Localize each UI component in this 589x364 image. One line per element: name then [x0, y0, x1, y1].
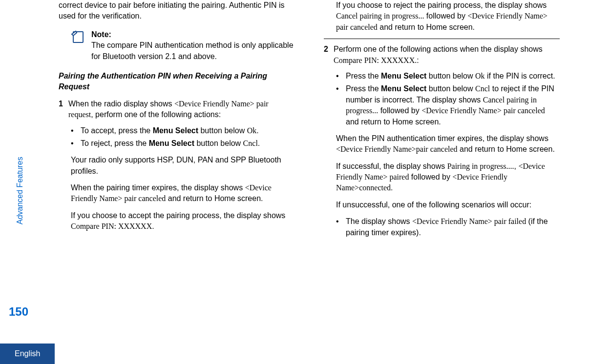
step-number: 2 — [324, 44, 334, 55]
text: Press the — [346, 72, 381, 80]
bullet-content: The display shows <Device Friendly Name>… — [346, 216, 560, 238]
text: Perform one of the following actions whe… — [334, 45, 543, 53]
bullet-dot: • — [336, 216, 346, 227]
serif-text: Ok — [475, 72, 485, 80]
bullet-content: Press the Menu Select button below Cncl … — [346, 83, 560, 127]
text: button below — [198, 126, 247, 135]
text: The display shows — [346, 217, 412, 225]
right-column: If you choose to reject the pairing proc… — [324, 0, 560, 337]
display-text: Cancel pairing in progress... — [336, 12, 424, 20]
step-1: 1 When the radio display shows <Device F… — [59, 99, 294, 121]
text: To reject, press the — [81, 139, 149, 147]
text: If you choose to accept the pairing proc… — [71, 211, 285, 220]
serif-text: Compare PIN: XXXXXX. — [334, 56, 417, 64]
text: followed by — [409, 173, 452, 181]
serif-text: Cncl — [475, 84, 490, 93]
page-number: 150 — [9, 303, 28, 320]
text: . — [256, 126, 258, 135]
text: . — [152, 222, 154, 230]
bold-text: Menu Select — [381, 72, 426, 80]
divider — [324, 39, 560, 39]
content-columns: correct device to pair before initiating… — [0, 0, 589, 337]
paragraph: When the PIN authentication timer expire… — [336, 133, 560, 155]
bullet-dot: • — [336, 71, 346, 81]
paragraph: If unsuccessful, one of the following sc… — [336, 200, 560, 210]
left-column: correct device to pair before initiating… — [59, 0, 294, 337]
text: . — [391, 183, 393, 192]
text: and return to Home screen. — [346, 118, 441, 126]
text: If you choose to reject the pairing proc… — [336, 1, 547, 9]
display-text: <Device Friendly Name> pair canceled — [421, 106, 545, 115]
note-block: Note: The compare PIN authentication met… — [71, 29, 294, 62]
display-text: Pairing in progress.... — [447, 162, 514, 170]
bullet-item: • Press the Menu Select button below Cnc… — [336, 83, 560, 127]
text: if the PIN is correct. — [485, 72, 555, 80]
bullet-item: • The display shows <Device Friendly Nam… — [336, 216, 560, 238]
bullet-content: To accept, press the Menu Select button … — [81, 125, 294, 136]
step-content: When the radio display shows <Device Fri… — [68, 99, 294, 121]
section-heading: Pairing the Authentication PIN when Rece… — [59, 71, 294, 93]
paragraph: Your radio only supports HSP, DUN, PAN a… — [71, 155, 294, 177]
text: followed by — [378, 106, 421, 115]
bold-text: Menu Select — [153, 126, 198, 135]
text: followed by — [424, 12, 467, 20]
bullet-content: To reject, press the Menu Select button … — [81, 138, 294, 149]
text: : — [417, 56, 419, 64]
language-label: English — [0, 344, 55, 364]
step-number: 1 — [59, 99, 68, 109]
text: button below — [426, 72, 475, 80]
text: When the radio display shows — [68, 100, 174, 108]
text: When the PIN authentication timer expire… — [336, 134, 548, 142]
text: , perform one of the following actions: — [91, 110, 221, 119]
text: button below — [194, 139, 243, 147]
paragraph: If successful, the display shows Pairing… — [336, 161, 560, 194]
bullet-item: • To accept, press the Menu Select butto… — [71, 125, 294, 136]
note-label: Note: — [91, 29, 294, 40]
bold-text: Menu Select — [381, 84, 426, 93]
note-icon — [71, 30, 85, 47]
text: button below — [426, 84, 475, 93]
bullet-dot: • — [71, 138, 81, 149]
step-2: 2 Perform one of the following actions w… — [324, 44, 560, 66]
display-text: <Device Friendly Name> pair failed — [412, 217, 526, 225]
text: Press the — [346, 84, 381, 93]
paragraph: If you choose to reject the pairing proc… — [336, 0, 560, 33]
bullet-item: • Press the Menu Select button below Ok … — [336, 71, 560, 81]
text: To accept, press the — [81, 126, 153, 135]
text: and return to Home screen. — [378, 23, 475, 31]
paragraph: If you choose to accept the pairing proc… — [71, 210, 294, 232]
text: and return to Home screen. — [166, 194, 263, 202]
note-content: Note: The compare PIN authentication met… — [91, 29, 294, 62]
text: . — [258, 139, 260, 147]
note-body: The compare PIN authentication method is… — [91, 41, 294, 60]
step-content: Perform one of the following actions whe… — [334, 44, 560, 66]
bold-text: Menu Select — [149, 139, 194, 147]
page: Advanced Features 150 English correct de… — [0, 0, 589, 364]
bullet-dot: • — [336, 83, 346, 94]
text: If successful, the display shows — [336, 162, 447, 170]
serif-text: Ok — [247, 126, 257, 135]
display-text: <Device Friendly Name>pair canceled — [336, 145, 458, 153]
display-text: Compare PIN: XXXXXX — [71, 222, 152, 230]
intro-paragraph: correct device to pair before initiating… — [59, 0, 294, 22]
serif-text: Cncl — [243, 139, 258, 147]
text: and return to Home screen. — [458, 145, 555, 153]
paragraph: When the pairing timer expires, the disp… — [71, 182, 294, 204]
text: When the pairing timer expires, the disp… — [71, 183, 245, 192]
bullet-dot: • — [71, 125, 81, 136]
section-label: Advanced Features — [15, 157, 25, 224]
bullet-item: • To reject, press the Menu Select butto… — [71, 138, 294, 149]
bullet-content: Press the Menu Select button below Ok if… — [346, 71, 560, 81]
